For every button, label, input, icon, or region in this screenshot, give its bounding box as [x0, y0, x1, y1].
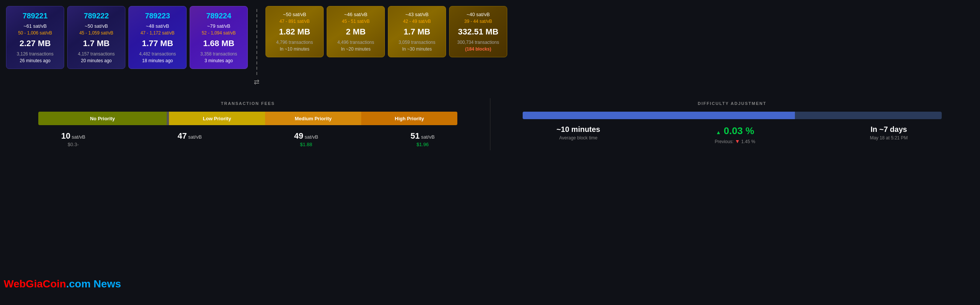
sat-rate-2: ~48 sat/vB — [135, 23, 180, 29]
pending-size-2: 1.7 MB — [394, 27, 440, 37]
pending-time-2: In ~30 minutes — [394, 46, 440, 52]
difficulty-progress-fill — [523, 112, 795, 119]
fee-bar-high-priority: High Priority — [361, 112, 457, 125]
avg-block-time-label: Average block time — [559, 135, 597, 141]
sat-rate-0: ~61 sat/vB — [13, 23, 58, 29]
block-card-0[interactable]: 789221 ~61 sat/vB 50 - 1,006 sat/vB 2.27… — [6, 6, 64, 69]
pending-size-1: 2 MB — [333, 27, 379, 37]
sat-range-1: 45 - 1,059 sat/vB — [73, 30, 119, 36]
block-card-2[interactable]: 789223 ~48 sat/vB 47 - 1,172 sat/vB 1.77… — [129, 6, 187, 69]
fee-usd-3: $1.96 — [417, 142, 429, 147]
blocks-row: 789221 ~61 sat/vB 50 - 1,006 sat/vB 2.27… — [6, 6, 974, 91]
fee-bar-low-priority: Low Priority — [169, 112, 265, 125]
watermark: WebGiaCoin.com News — [4, 278, 121, 290]
pending-time-1: In ~20 minutes — [333, 46, 379, 52]
center-divider: ⇄ — [251, 6, 262, 91]
fee-value-2: 49 sat/vB $1.88 — [294, 131, 318, 147]
fee-value-1: 47 sat/vB — [178, 131, 202, 147]
block-size-2: 1.77 MB — [135, 39, 180, 48]
swap-icon: ⇄ — [252, 76, 261, 88]
difficulty-progress-bar — [523, 112, 942, 119]
block-number-2: 789223 — [135, 12, 180, 20]
block-time-0: 26 minutes ago — [13, 58, 58, 63]
block-number-0: 789221 — [13, 12, 58, 20]
pending-time-3: (184 blocks) — [455, 46, 501, 52]
fee-bar-medium-priority: Medium Priority — [265, 112, 361, 125]
block-txs-2: 4,482 transactions — [135, 51, 180, 57]
fee-sat-0: 10 sat/vB — [61, 131, 85, 141]
confirmed-blocks: 789221 ~61 sat/vB 50 - 1,006 sat/vB 2.27… — [6, 6, 248, 69]
block-card-3[interactable]: 789224 ~79 sat/vB 52 - 1,094 sat/vB 1.68… — [189, 6, 248, 69]
dashed-divider-line — [256, 9, 257, 76]
pending-card-0[interactable]: ~50 sat/vB 47 - 891 sat/vB 1.82 MB 4,796… — [266, 6, 324, 57]
eta-stat: In ~7 days May 18 at 5:21 PM — [870, 125, 908, 144]
bottom-row: TRANSACTION FEES No Priority Low Priorit… — [6, 98, 974, 150]
pending-sat-range-3: 39 - 44 sat/vB — [455, 19, 501, 24]
block-size-3: 1.68 MB — [196, 39, 242, 48]
sat-range-0: 50 - 1,006 sat/vB — [13, 30, 58, 36]
difficulty-section: DIFFICULTY ADJUSTMENT ~10 minutes Averag… — [490, 98, 974, 150]
sat-rate-3: ~79 sat/vB — [196, 23, 242, 29]
pending-txs-1: 4,496 transactions — [333, 40, 379, 45]
fee-sat-3: 51 sat/vB — [410, 131, 434, 141]
pending-txs-2: 3,059 transactions — [394, 40, 440, 45]
pending-size-3: 332.51 MB — [455, 27, 501, 37]
block-card-1[interactable]: 789222 ~50 sat/vB 45 - 1,059 sat/vB 1.7 … — [67, 6, 126, 69]
sat-range-2: 47 - 1,172 sat/vB — [135, 30, 180, 36]
block-time-3: 3 minutes ago — [196, 58, 242, 63]
fee-value-3: 51 sat/vB $1.96 — [410, 131, 434, 147]
fee-sat-1: 47 sat/vB — [178, 131, 202, 141]
pending-sat-rate-3: ~40 sat/vB — [455, 12, 501, 17]
eta-date: May 18 at 5:21 PM — [870, 135, 908, 141]
block-txs-0: 3,126 transactions — [13, 51, 58, 57]
change-pct-stat: ▲ 0.03 % Previous: ▼ 1.45 % — [715, 125, 756, 144]
block-number-3: 789224 — [196, 12, 242, 20]
pending-sat-range-1: 45 - 51 sat/vB — [333, 19, 379, 24]
difficulty-title: DIFFICULTY ADJUSTMENT — [500, 101, 966, 106]
block-time-2: 18 minutes ago — [135, 58, 180, 63]
fee-usd-2: $1.88 — [300, 142, 312, 147]
pending-sat-range-0: 47 - 891 sat/vB — [272, 19, 317, 24]
change-pct-label: Previous: ▼ 1.45 % — [715, 138, 756, 144]
watermark-web: WebGia — [4, 278, 43, 290]
block-size-0: 2.27 MB — [13, 39, 58, 48]
pending-size-0: 1.82 MB — [272, 27, 317, 37]
fee-usd-0: $0.3- — [68, 142, 79, 147]
watermark-rest: .com News — [66, 278, 121, 290]
block-txs-3: 3,358 transactions — [196, 51, 242, 57]
fee-bar-no-priority: No Priority — [38, 112, 167, 125]
eta-value: In ~7 days — [870, 125, 907, 134]
difficulty-stats-row: ~10 minutes Average block time ▲ 0.03 % … — [500, 125, 966, 144]
pending-sat-range-2: 42 - 49 sat/vB — [394, 19, 440, 24]
sat-rate-1: ~50 sat/vB — [73, 23, 119, 29]
watermark-coin: Coin — [43, 278, 66, 290]
pending-time-0: In ~10 minutes — [272, 46, 317, 52]
pending-card-2[interactable]: ~43 sat/vB 42 - 49 sat/vB 1.7 MB 3,059 t… — [388, 6, 446, 57]
pending-txs-0: 4,796 transactions — [272, 40, 317, 45]
fee-value-0: 10 sat/vB $0.3- — [61, 131, 85, 147]
avg-block-time-value: ~10 minutes — [557, 125, 600, 134]
main-container: 789221 ~61 sat/vB 50 - 1,006 sat/vB 2.27… — [0, 0, 980, 156]
fees-section: TRANSACTION FEES No Priority Low Priorit… — [6, 98, 490, 150]
block-size-1: 1.7 MB — [73, 39, 119, 48]
fee-values-row: 10 sat/vB $0.3- 47 sat/vB 49 sat/vB — [15, 131, 481, 147]
pending-card-3[interactable]: ~40 sat/vB 39 - 44 sat/vB 332.51 MB 300,… — [449, 6, 507, 57]
fee-priority-bar: No Priority Low Priority Medium Priority… — [38, 112, 457, 125]
pending-sat-rate-0: ~50 sat/vB — [272, 12, 317, 17]
block-txs-1: 4,157 transactions — [73, 51, 119, 57]
prev-arrow-down: ▼ — [735, 138, 740, 144]
avg-block-time-stat: ~10 minutes Average block time — [557, 125, 600, 144]
sat-range-3: 52 - 1,094 sat/vB — [196, 30, 242, 36]
pending-card-1[interactable]: ~46 sat/vB 45 - 51 sat/vB 2 MB 4,496 tra… — [327, 6, 385, 57]
pending-sat-rate-2: ~43 sat/vB — [394, 12, 440, 17]
block-number-1: 789222 — [73, 12, 119, 20]
block-time-1: 20 minutes ago — [73, 58, 119, 63]
fee-sat-2: 49 sat/vB — [294, 131, 318, 141]
change-arrow-up: ▲ — [716, 129, 721, 135]
change-pct-value: ▲ 0.03 % — [716, 125, 754, 137]
pending-blocks: ~50 sat/vB 47 - 891 sat/vB 1.82 MB 4,796… — [266, 6, 974, 57]
pending-txs-3: 300,734 transactions — [455, 40, 501, 45]
pending-sat-rate-1: ~46 sat/vB — [333, 12, 379, 17]
fees-title: TRANSACTION FEES — [15, 101, 481, 106]
